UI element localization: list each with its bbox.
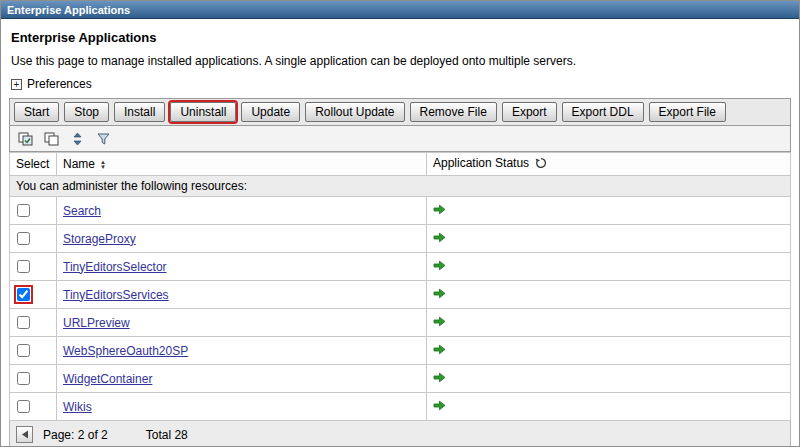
row-checkbox-wrap [16, 315, 31, 330]
window-title-bar: Enterprise Applications [1, 1, 799, 19]
application-link[interactable]: WebSphereOauth20SP [63, 344, 188, 358]
status-started-icon [433, 288, 446, 299]
row-select-checkbox[interactable] [17, 344, 30, 357]
application-link[interactable]: WidgetContainer [63, 372, 152, 386]
rollout-update-button[interactable]: Rollout Update [305, 102, 404, 122]
table-toolbar [9, 126, 791, 152]
status-column-label: Application Status [433, 156, 529, 170]
show-filter-icon[interactable] [66, 129, 88, 148]
row-checkbox-wrap [16, 399, 31, 414]
name-column-label: Name [63, 157, 95, 171]
page-description: Use this page to manage installed applic… [11, 54, 791, 68]
update-button[interactable]: Update [241, 102, 300, 122]
status-started-icon [433, 372, 446, 383]
page-title: Enterprise Applications [11, 30, 791, 45]
row-select-checkbox[interactable] [17, 260, 30, 273]
table-row: URLPreview [10, 309, 791, 337]
row-select-checkbox[interactable] [17, 400, 30, 413]
pagination-bar: Page: 2 of 2 Total 28 [9, 421, 791, 447]
table-header-row: Select Name▲▼ Application Status [10, 153, 791, 176]
select-all-icon[interactable] [14, 129, 36, 148]
export-ddl-button[interactable]: Export DDL [562, 102, 644, 122]
row-checkbox-wrap [16, 371, 31, 386]
stop-button[interactable]: Stop [64, 102, 109, 122]
table-row: StorageProxy [10, 225, 791, 253]
row-select-checkbox[interactable] [17, 372, 30, 385]
table-row: WebSphereOauth20SP [10, 337, 791, 365]
select-column-label: Select [16, 157, 49, 171]
refresh-status-icon[interactable] [535, 158, 547, 172]
window-title: Enterprise Applications [7, 4, 130, 16]
row-checkbox-wrap [16, 231, 31, 246]
table-row: TinyEditorsServices [10, 281, 791, 309]
row-checkbox-wrap [16, 343, 31, 358]
page-indicator: Page: 2 of 2 [43, 428, 108, 442]
status-started-icon [433, 260, 446, 271]
row-select-checkbox[interactable] [17, 204, 30, 217]
preferences-label: Preferences [27, 77, 92, 91]
status-started-icon [433, 316, 446, 327]
expand-icon[interactable]: + [11, 79, 22, 90]
row-select-checkbox[interactable] [17, 232, 30, 245]
select-column-header: Select [10, 153, 57, 176]
remove-file-button[interactable]: Remove File [410, 102, 497, 122]
status-started-icon [433, 204, 446, 215]
clear-filter-icon[interactable] [92, 129, 114, 148]
total-count: Total 28 [146, 428, 188, 442]
sort-name-icon[interactable]: ▲▼ [100, 160, 106, 170]
status-started-icon [433, 232, 446, 243]
application-link[interactable]: Wikis [63, 400, 92, 414]
table-caption-row: You can administer the following resourc… [10, 176, 791, 197]
applications-table: Select Name▲▼ Application Status You can… [9, 152, 791, 421]
table-row: TinyEditorsSelector [10, 253, 791, 281]
row-select-checkbox[interactable] [17, 316, 30, 329]
status-started-icon [433, 344, 446, 355]
status-column-header: Application Status [427, 153, 791, 176]
table-row: Search [10, 197, 791, 225]
row-checkbox-wrap [16, 203, 31, 218]
application-link[interactable]: TinyEditorsSelector [63, 260, 167, 274]
application-link[interactable]: URLPreview [63, 316, 130, 330]
deselect-all-icon[interactable] [40, 129, 62, 148]
app-window: Enterprise Applications Enterprise Appli… [0, 0, 800, 447]
export-button[interactable]: Export [502, 102, 557, 122]
start-button[interactable]: Start [14, 102, 59, 122]
name-column-header: Name▲▼ [57, 153, 427, 176]
row-checkbox-wrap [16, 287, 31, 302]
previous-page-button[interactable] [16, 426, 33, 443]
export-file-button[interactable]: Export File [649, 102, 726, 122]
uninstall-button[interactable]: Uninstall [170, 102, 236, 122]
row-checkbox-wrap [16, 259, 31, 274]
application-link[interactable]: Search [63, 204, 101, 218]
table-row: Wikis [10, 393, 791, 421]
row-select-checkbox[interactable] [17, 288, 30, 301]
application-link[interactable]: StorageProxy [63, 232, 136, 246]
application-link[interactable]: TinyEditorsServices [63, 288, 169, 302]
preferences-toggle[interactable]: + Preferences [11, 77, 791, 91]
install-button[interactable]: Install [114, 102, 165, 122]
table-row: WidgetContainer [10, 365, 791, 393]
action-toolbar: Start Stop Install Uninstall Update Roll… [9, 98, 791, 126]
status-started-icon [433, 400, 446, 411]
page-content: Enterprise Applications Use this page to… [1, 19, 799, 447]
table-caption: You can administer the following resourc… [10, 176, 791, 197]
